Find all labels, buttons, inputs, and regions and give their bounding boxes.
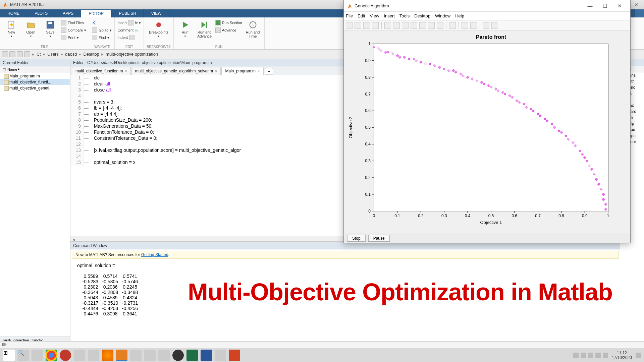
close-tab-icon[interactable]: × [125, 69, 127, 73]
run-advance-button[interactable]: Run and Advance [196, 19, 213, 38]
comment-button[interactable]: Comment % [117, 27, 141, 34]
nav-back-button[interactable] [92, 19, 112, 26]
crumb[interactable]: daosd [65, 52, 77, 57]
nav-back-icon[interactable] [2, 51, 8, 57]
nav-up-icon[interactable] [17, 51, 23, 57]
tab-apps[interactable]: APPS [55, 9, 81, 17]
editor-tab[interactable]: multi_objective_function.m× [72, 67, 131, 75]
print-button[interactable]: Print ▾ [61, 34, 86, 41]
file-item[interactable]: multi_objective_functi... [0, 79, 70, 85]
app-icon[interactable] [130, 350, 142, 361]
tray-volume-icon[interactable] [603, 353, 608, 358]
paint-icon[interactable] [215, 350, 226, 361]
brush-icon[interactable] [437, 22, 443, 29]
tray-wifi-icon[interactable] [595, 353, 601, 358]
crumb[interactable]: Desktop [83, 52, 99, 57]
undock-icon[interactable] [491, 22, 498, 29]
run-button[interactable]: Run▼ [176, 19, 194, 38]
new-tab-button[interactable]: + [265, 68, 273, 75]
tab-editor[interactable]: EDITOR [81, 9, 111, 17]
nav-folder-icon[interactable] [24, 51, 30, 57]
crumb[interactable]: Users [47, 52, 59, 57]
crumb[interactable]: multi-objective optimization [106, 52, 158, 57]
pan-icon[interactable] [411, 22, 417, 29]
excel-icon[interactable] [186, 350, 198, 361]
menu-help[interactable]: Help [455, 13, 464, 18]
indent-button[interactable]: Indent [117, 34, 141, 41]
cf-col-name[interactable]: Name [7, 67, 17, 72]
close-button[interactable]: ✕ [631, 2, 641, 7]
run-time-button[interactable]: Run and Time [244, 19, 262, 38]
rotate-icon[interactable] [419, 22, 426, 29]
menu-window[interactable]: Window [435, 13, 450, 18]
menu-view[interactable]: View [370, 13, 379, 18]
crumb[interactable]: C: [37, 52, 41, 57]
firefox-icon[interactable] [102, 350, 113, 361]
app-icon[interactable] [74, 350, 85, 361]
close-tab-icon[interactable]: × [258, 69, 260, 73]
open-button[interactable]: Open▼ [22, 19, 40, 38]
brave-icon[interactable] [88, 350, 99, 361]
goto-button[interactable]: Go To ▾ [92, 27, 112, 34]
editor-tab[interactable]: multi_objective_genetic_algorithm_solver… [131, 67, 221, 75]
legend-icon[interactable] [470, 22, 477, 29]
command-output[interactable]: optimal_solution = 0.5589 0.5714 0.5741 … [70, 260, 620, 352]
breakpoints-button[interactable]: Breakpoints▼ [150, 19, 167, 38]
fig-close-button[interactable]: ✕ [612, 3, 627, 9]
print-icon[interactable] [372, 22, 379, 29]
tray-battery-icon[interactable] [588, 353, 593, 358]
tab-home[interactable]: HOME [0, 9, 27, 17]
find-button[interactable]: Find ▾ [92, 34, 112, 41]
advance-button[interactable]: Advance [215, 27, 242, 34]
powerpoint-icon[interactable] [229, 350, 240, 361]
tray-notifications-icon[interactable] [636, 353, 641, 358]
new-button[interactable]: New▼ [3, 19, 20, 38]
start-button[interactable]: ⊞ [3, 350, 15, 361]
insert-button[interactable]: Insert fx ▾ [117, 19, 141, 26]
tab-plots[interactable]: PLOTS [27, 9, 55, 17]
menu-insert[interactable]: Insert [384, 13, 395, 18]
stop-button[interactable]: Stop [347, 235, 366, 242]
dock-icon[interactable] [483, 22, 489, 29]
word-icon[interactable] [201, 350, 212, 361]
figure-titlebar[interactable]: Genetic Algorithm — ☐ ✕ [344, 0, 630, 12]
menu-file[interactable]: File [346, 13, 353, 18]
menu-tools[interactable]: Tools [399, 13, 410, 18]
getting-started-link[interactable]: Getting Started [141, 252, 168, 257]
pointer-icon[interactable] [384, 22, 391, 29]
close-tab-icon[interactable]: × [215, 69, 217, 73]
figure-axes[interactable]: Pareto front00.10.20.30.40.50.60.70.80.9… [344, 31, 630, 233]
link-icon[interactable] [449, 22, 456, 29]
save-icon[interactable] [363, 22, 370, 29]
menu-edit[interactable]: Edit [358, 13, 365, 18]
fig-maximize-button[interactable]: ☐ [597, 3, 612, 9]
tab-publish[interactable]: PUBLISH [112, 9, 144, 17]
obs-icon[interactable] [172, 350, 184, 361]
record-icon[interactable] [60, 350, 71, 361]
tab-view[interactable]: VIEW [144, 9, 169, 17]
tray-chevron-icon[interactable] [573, 353, 579, 358]
find-files-button[interactable]: Find Files [61, 19, 86, 26]
compare-button[interactable]: Compare ▾ [61, 27, 86, 34]
file-item[interactable]: Main_program.m [0, 73, 70, 79]
fig-minimize-button[interactable]: — [583, 3, 597, 9]
editor-tab[interactable]: Main_program.m× [221, 67, 263, 75]
run-section-button[interactable]: Run Section [215, 19, 242, 26]
search-icon[interactable]: 🔍 [17, 350, 29, 361]
taskview-icon[interactable] [32, 350, 43, 361]
open-icon[interactable] [355, 22, 361, 29]
zoom-out-icon[interactable] [402, 22, 409, 29]
search-icon[interactable] [635, 9, 644, 17]
menu-desktop[interactable]: Desktop [414, 13, 430, 18]
taskbar-clock[interactable]: 11:1217/10/2020 [609, 351, 635, 360]
matlab-icon[interactable] [116, 350, 127, 361]
app-icon[interactable] [144, 350, 156, 361]
tray-onedrive-icon[interactable] [581, 353, 586, 358]
datatip-icon[interactable] [428, 22, 435, 29]
new-figure-icon[interactable] [346, 22, 353, 29]
pause-button[interactable]: Pause [368, 235, 390, 242]
file-item[interactable]: multi_objective_geneti... [0, 85, 70, 91]
chrome-icon[interactable] [46, 350, 57, 361]
save-button[interactable]: Save▼ [42, 19, 59, 38]
zoom-in-icon[interactable] [393, 22, 400, 29]
